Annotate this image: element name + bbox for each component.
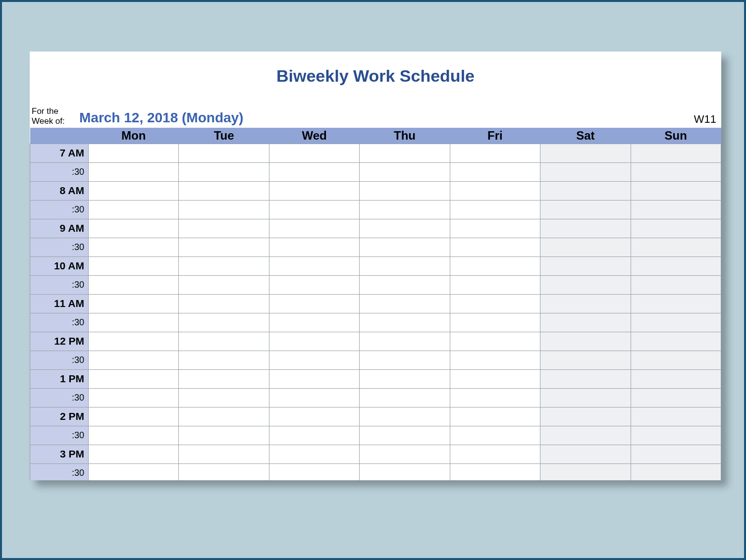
schedule-cell[interactable]	[179, 144, 269, 162]
schedule-cell[interactable]	[269, 256, 359, 275]
schedule-cell[interactable]	[360, 144, 450, 162]
schedule-cell[interactable]	[450, 407, 540, 426]
schedule-cell[interactable]	[269, 200, 359, 219]
schedule-cell[interactable]	[89, 445, 179, 463]
schedule-cell[interactable]	[179, 445, 269, 463]
schedule-cell[interactable]	[360, 369, 450, 388]
schedule-cell[interactable]	[631, 388, 721, 407]
schedule-cell[interactable]	[540, 407, 631, 426]
schedule-cell[interactable]	[89, 369, 179, 388]
schedule-cell[interactable]	[540, 181, 631, 200]
schedule-cell[interactable]	[540, 200, 631, 219]
schedule-cell[interactable]	[360, 426, 450, 445]
schedule-cell[interactable]	[179, 200, 269, 219]
schedule-cell[interactable]	[631, 256, 721, 275]
schedule-cell[interactable]	[450, 313, 540, 332]
schedule-cell[interactable]	[631, 181, 721, 200]
schedule-cell[interactable]	[631, 445, 721, 463]
schedule-cell[interactable]	[540, 313, 631, 332]
schedule-cell[interactable]	[631, 162, 721, 181]
schedule-cell[interactable]	[450, 388, 540, 407]
schedule-cell[interactable]	[179, 219, 269, 238]
schedule-cell[interactable]	[269, 426, 359, 445]
schedule-cell[interactable]	[631, 275, 721, 294]
schedule-cell[interactable]	[360, 445, 450, 463]
schedule-cell[interactable]	[450, 275, 540, 294]
schedule-cell[interactable]	[540, 162, 631, 181]
schedule-cell[interactable]	[450, 162, 540, 181]
schedule-cell[interactable]	[179, 313, 269, 332]
schedule-cell[interactable]	[269, 332, 359, 351]
schedule-cell[interactable]	[450, 351, 540, 369]
schedule-cell[interactable]	[540, 426, 631, 445]
schedule-cell[interactable]	[89, 407, 179, 426]
schedule-cell[interactable]	[179, 351, 269, 369]
schedule-cell[interactable]	[179, 388, 269, 407]
schedule-cell[interactable]	[540, 275, 631, 294]
schedule-cell[interactable]	[450, 332, 540, 351]
schedule-cell[interactable]	[450, 256, 540, 275]
schedule-cell[interactable]	[179, 162, 269, 181]
schedule-cell[interactable]	[179, 275, 269, 294]
schedule-cell[interactable]	[540, 463, 631, 480]
schedule-cell[interactable]	[450, 200, 540, 219]
schedule-cell[interactable]	[269, 181, 359, 200]
schedule-cell[interactable]	[269, 463, 359, 480]
schedule-cell[interactable]	[360, 219, 450, 238]
schedule-cell[interactable]	[269, 294, 359, 313]
schedule-cell[interactable]	[89, 463, 179, 480]
schedule-cell[interactable]	[360, 351, 450, 369]
schedule-cell[interactable]	[179, 426, 269, 445]
schedule-cell[interactable]	[360, 407, 450, 426]
schedule-cell[interactable]	[540, 238, 631, 256]
schedule-cell[interactable]	[269, 369, 359, 388]
schedule-cell[interactable]	[631, 238, 721, 256]
schedule-cell[interactable]	[631, 407, 721, 426]
schedule-cell[interactable]	[450, 445, 540, 463]
schedule-cell[interactable]	[89, 275, 179, 294]
schedule-cell[interactable]	[360, 200, 450, 219]
schedule-cell[interactable]	[631, 219, 721, 238]
schedule-cell[interactable]	[450, 426, 540, 445]
schedule-cell[interactable]	[179, 294, 269, 313]
schedule-cell[interactable]	[269, 162, 359, 181]
schedule-cell[interactable]	[269, 275, 359, 294]
schedule-cell[interactable]	[450, 238, 540, 256]
schedule-cell[interactable]	[540, 144, 631, 162]
schedule-cell[interactable]	[631, 463, 721, 480]
schedule-cell[interactable]	[360, 388, 450, 407]
schedule-cell[interactable]	[179, 369, 269, 388]
schedule-cell[interactable]	[631, 313, 721, 332]
schedule-cell[interactable]	[360, 162, 450, 181]
schedule-cell[interactable]	[269, 351, 359, 369]
schedule-cell[interactable]	[360, 256, 450, 275]
schedule-cell[interactable]	[450, 369, 540, 388]
schedule-cell[interactable]	[179, 238, 269, 256]
schedule-cell[interactable]	[540, 351, 631, 369]
schedule-cell[interactable]	[540, 294, 631, 313]
schedule-cell[interactable]	[269, 219, 359, 238]
schedule-cell[interactable]	[269, 313, 359, 332]
schedule-cell[interactable]	[89, 351, 179, 369]
schedule-cell[interactable]	[360, 238, 450, 256]
schedule-cell[interactable]	[631, 294, 721, 313]
schedule-cell[interactable]	[89, 219, 179, 238]
schedule-cell[interactable]	[269, 445, 359, 463]
schedule-cell[interactable]	[179, 181, 269, 200]
schedule-cell[interactable]	[89, 162, 179, 181]
schedule-cell[interactable]	[360, 332, 450, 351]
schedule-cell[interactable]	[89, 426, 179, 445]
schedule-cell[interactable]	[269, 407, 359, 426]
schedule-cell[interactable]	[89, 294, 179, 313]
schedule-cell[interactable]	[269, 388, 359, 407]
schedule-cell[interactable]	[89, 181, 179, 200]
schedule-cell[interactable]	[179, 463, 269, 480]
schedule-cell[interactable]	[89, 332, 179, 351]
schedule-cell[interactable]	[360, 294, 450, 313]
schedule-cell[interactable]	[631, 332, 721, 351]
schedule-cell[interactable]	[631, 369, 721, 388]
schedule-cell[interactable]	[360, 463, 450, 480]
schedule-cell[interactable]	[89, 144, 179, 162]
schedule-cell[interactable]	[631, 351, 721, 369]
schedule-cell[interactable]	[360, 181, 450, 200]
